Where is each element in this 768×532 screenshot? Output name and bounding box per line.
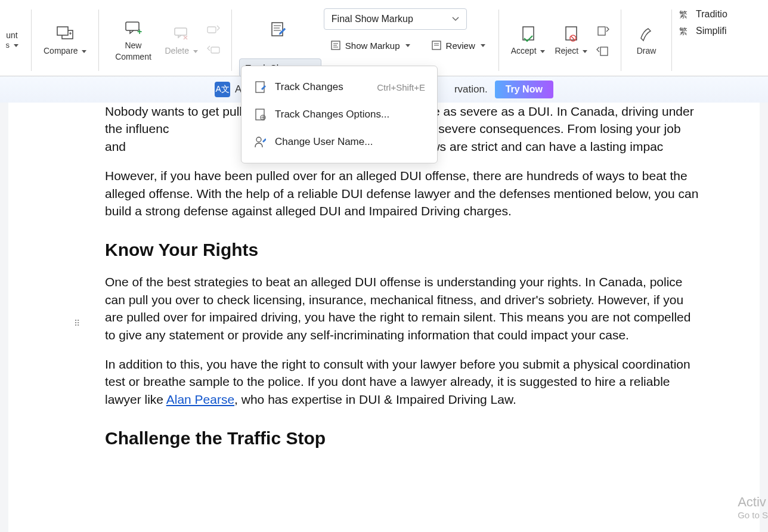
compare-label: Compare (44, 46, 78, 55)
count-label: unt (6, 30, 17, 41)
prev-comment-icon[interactable] (205, 22, 222, 39)
translate-icon: A文 (215, 82, 230, 97)
draw-button[interactable]: Draw (628, 5, 664, 76)
menu-shortcut: Ctrl+Shift+E (377, 82, 425, 92)
infobar-text-right: rvation. (454, 83, 488, 95)
track-changes-dropdown: Track Changes Ctrl+Shift+E Track Changes… (241, 66, 438, 163)
heading-know-rights: Know Your Rights (105, 237, 700, 262)
markup-display-value: Final Show Markup (324, 8, 467, 30)
svg-point-19 (256, 137, 261, 142)
paragraph: However, if you have been pulled over fo… (105, 167, 700, 219)
heading-challenge: Challenge the Traffic Stop (105, 426, 700, 451)
reject-icon (562, 24, 581, 43)
menu-change-user-name[interactable]: Change User Name... (241, 128, 437, 156)
review-icon (431, 39, 442, 51)
track-changes-doc-icon (253, 81, 267, 94)
prev-change-icon[interactable] (594, 22, 611, 39)
document-area: ⠿ Nobody wants to get pulle as severe as… (0, 103, 768, 532)
svg-text:繁: 繁 (679, 26, 688, 36)
compare-button[interactable]: Compare (39, 5, 91, 76)
paragraph: One of the best strategies to beat an al… (105, 273, 700, 344)
menu-track-changes[interactable]: Track Changes Ctrl+Shift+E (241, 73, 437, 101)
menu-track-changes-label: Track Changes (275, 81, 343, 93)
markup-display-select[interactable]: Final Show Markup (324, 8, 467, 30)
chevron-down-icon (451, 14, 460, 24)
user-icon (253, 135, 267, 149)
drag-handle-icon[interactable]: ⠿ (74, 318, 81, 328)
options-icon (253, 108, 267, 121)
menu-options-label: Track Changes Options... (275, 109, 389, 120)
simplified-button[interactable]: 繁 Simplifi (678, 25, 727, 37)
delete-label: Delete (165, 46, 188, 55)
link-alan-pearse[interactable]: Alan Pearse (166, 392, 234, 406)
svg-rect-3 (175, 28, 187, 35)
accept-button[interactable]: Accept (506, 5, 550, 76)
page: ⠿ Nobody wants to get pulle as severe as… (8, 103, 760, 532)
accept-icon (519, 24, 538, 43)
menu-track-changes-options[interactable]: Track Changes Options... (241, 101, 437, 128)
show-markup-icon (330, 39, 342, 51)
next-comment-icon[interactable] (205, 42, 222, 59)
review-button[interactable]: Review (425, 36, 491, 55)
draw-icon (637, 24, 656, 43)
new-comment-label: New Comment (115, 40, 151, 61)
svg-rect-4 (208, 27, 216, 33)
svg-text:繁: 繁 (679, 10, 688, 19)
traditional-button[interactable]: 繁 Traditio (678, 8, 727, 20)
simplified-label: Simplifi (696, 26, 727, 36)
delete-comment-button[interactable]: Delete (160, 5, 202, 76)
new-comment-button[interactable]: + New Comment (106, 5, 160, 76)
svg-rect-13 (600, 47, 608, 55)
paragraph: In addition to this, you have the right … (105, 355, 700, 408)
review-label: Review (446, 41, 475, 51)
svg-rect-0 (57, 27, 68, 35)
next-change-icon[interactable] (594, 42, 611, 59)
svg-rect-10 (566, 27, 577, 40)
traditional-label: Traditio (696, 9, 727, 20)
svg-rect-16 (256, 82, 264, 92)
try-now-button[interactable]: Try Now (495, 81, 553, 98)
track-changes-icon (268, 20, 287, 39)
svg-text:+: + (137, 27, 142, 36)
ribbon-toolbar: unt s Compare + New Comment Delete (0, 0, 768, 76)
simplified-icon: 繁 (678, 25, 691, 37)
word-count-button[interactable]: unt s (0, 5, 24, 76)
svg-rect-12 (598, 27, 605, 35)
menu-change-user-label: Change User Name... (275, 136, 373, 148)
activate-windows-watermark: Activ Go to S (738, 494, 768, 520)
reject-label: Reject (555, 46, 578, 55)
compare-icon (55, 24, 75, 43)
traditional-icon: 繁 (678, 8, 691, 20)
accept-label: Accept (511, 46, 537, 55)
show-markup-button[interactable]: Show Markup (324, 36, 416, 55)
draw-label: Draw (637, 45, 656, 56)
reject-button[interactable]: Reject (550, 5, 592, 76)
show-markup-label: Show Markup (345, 41, 400, 51)
svg-rect-5 (211, 47, 219, 53)
new-comment-icon: + (123, 18, 143, 38)
delete-comment-icon (172, 24, 191, 43)
